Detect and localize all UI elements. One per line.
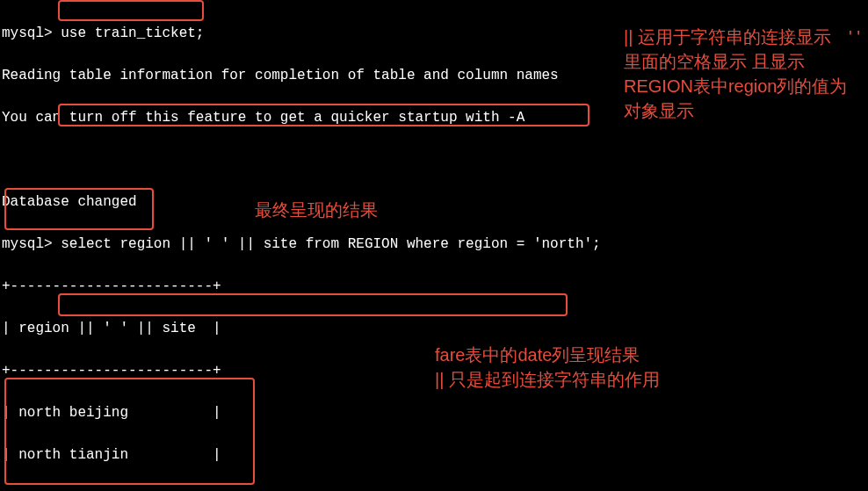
mysql-prompt: mysql>	[2, 25, 61, 41]
table-row: | north beijing |	[2, 402, 866, 423]
cmd-select-region: select region || ' ' || site from REGION…	[61, 236, 601, 252]
table-header: | region || ' ' || site |	[2, 318, 866, 339]
table-separator: +------------------------+	[2, 276, 866, 297]
output-db-changed: Database changed	[2, 191, 866, 213]
table-separator: +------------------------+	[2, 487, 866, 491]
blank-line	[2, 149, 866, 170]
annotation-fare-date: fare表中的date列呈现结果	[435, 343, 640, 367]
annotation-concat-operator: || 运用于字符串的连接显示 ' ' 里面的空格显示 且显示REGION表中re…	[624, 25, 861, 123]
mysql-prompt: mysql>	[2, 236, 61, 252]
cmd-use-db: use train_ticket;	[61, 25, 204, 41]
table-row: | north tianjin |	[2, 444, 866, 466]
table-separator: +------------------------+	[2, 360, 866, 381]
annotation-concat-role: || 只是起到连接字符串的作用	[435, 367, 660, 392]
annotation-final-result: 最终呈现的结果	[255, 198, 378, 222]
